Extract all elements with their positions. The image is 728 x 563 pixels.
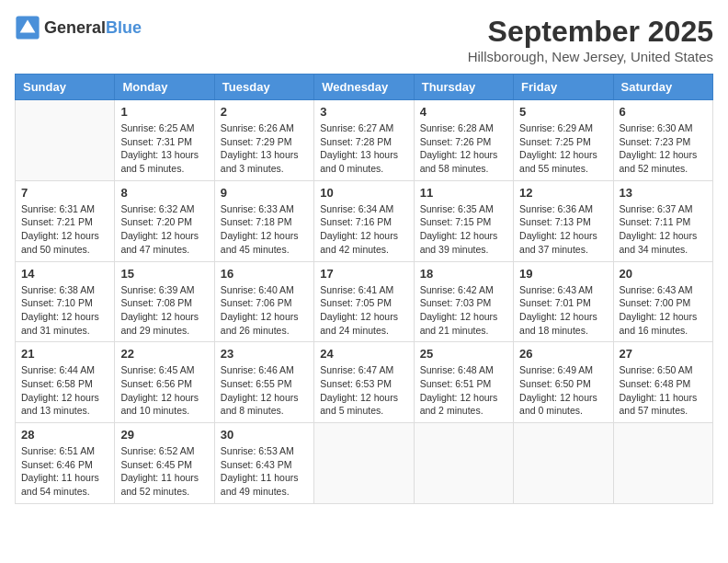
month-title: September 2025 (468, 15, 713, 49)
calendar-cell: 13Sunrise: 6:37 AM Sunset: 7:11 PM Dayli… (613, 180, 712, 261)
calendar-cell: 11Sunrise: 6:35 AM Sunset: 7:15 PM Dayli… (414, 180, 513, 261)
cell-content: Sunrise: 6:46 AM Sunset: 6:55 PM Dayligh… (221, 363, 308, 418)
cell-content: Sunrise: 6:32 AM Sunset: 7:20 PM Dayligh… (120, 202, 208, 257)
title-area: September 2025 Hillsborough, New Jersey,… (468, 15, 713, 64)
location-title: Hillsborough, New Jersey, United States (468, 49, 713, 64)
calendar-week-1: 1Sunrise: 6:25 AM Sunset: 7:31 PM Daylig… (16, 100, 713, 181)
calendar-week-4: 21Sunrise: 6:44 AM Sunset: 6:58 PM Dayli… (16, 342, 713, 423)
cell-content: Sunrise: 6:33 AM Sunset: 7:18 PM Dayligh… (221, 202, 308, 257)
calendar-cell: 28Sunrise: 6:51 AM Sunset: 6:46 PM Dayli… (16, 423, 115, 504)
day-number: 14 (21, 267, 108, 281)
day-number: 29 (120, 428, 208, 442)
calendar-cell: 20Sunrise: 6:43 AM Sunset: 7:00 PM Dayli… (613, 261, 712, 342)
calendar-cell: 25Sunrise: 6:48 AM Sunset: 6:51 PM Dayli… (414, 342, 513, 423)
cell-content: Sunrise: 6:27 AM Sunset: 7:28 PM Dayligh… (320, 121, 407, 176)
cell-content: Sunrise: 6:43 AM Sunset: 7:01 PM Dayligh… (519, 283, 607, 338)
cell-content: Sunrise: 6:39 AM Sunset: 7:08 PM Dayligh… (120, 283, 208, 338)
cell-content: Sunrise: 6:51 AM Sunset: 6:46 PM Dayligh… (21, 444, 108, 499)
day-number: 24 (320, 347, 407, 361)
day-number: 30 (221, 428, 308, 442)
day-number: 5 (519, 105, 607, 119)
calendar-cell: 15Sunrise: 6:39 AM Sunset: 7:08 PM Dayli… (115, 261, 214, 342)
cell-content: Sunrise: 6:25 AM Sunset: 7:31 PM Dayligh… (120, 121, 208, 176)
calendar-cell (514, 423, 613, 504)
calendar-cell: 3Sunrise: 6:27 AM Sunset: 7:28 PM Daylig… (314, 100, 414, 181)
cell-content: Sunrise: 6:34 AM Sunset: 7:16 PM Dayligh… (320, 202, 407, 257)
day-number: 20 (620, 267, 707, 281)
cell-content: Sunrise: 6:37 AM Sunset: 7:11 PM Dayligh… (620, 202, 707, 257)
calendar-cell: 26Sunrise: 6:49 AM Sunset: 6:50 PM Dayli… (514, 342, 613, 423)
day-number: 27 (620, 347, 707, 361)
logo-icon (15, 15, 40, 40)
calendar-cell: 8Sunrise: 6:32 AM Sunset: 7:20 PM Daylig… (115, 180, 214, 261)
cell-content: Sunrise: 6:41 AM Sunset: 7:05 PM Dayligh… (320, 283, 407, 338)
calendar-cell (314, 423, 414, 504)
calendar-cell: 12Sunrise: 6:36 AM Sunset: 7:13 PM Dayli… (514, 180, 613, 261)
day-number: 22 (120, 347, 208, 361)
cell-content: Sunrise: 6:31 AM Sunset: 7:21 PM Dayligh… (21, 202, 108, 257)
calendar-cell: 16Sunrise: 6:40 AM Sunset: 7:06 PM Dayli… (214, 261, 313, 342)
cell-content: Sunrise: 6:53 AM Sunset: 6:43 PM Dayligh… (221, 444, 308, 499)
cell-content: Sunrise: 6:47 AM Sunset: 6:53 PM Dayligh… (320, 363, 407, 418)
calendar-cell: 30Sunrise: 6:53 AM Sunset: 6:43 PM Dayli… (214, 423, 313, 504)
calendar-cell: 7Sunrise: 6:31 AM Sunset: 7:21 PM Daylig… (16, 180, 115, 261)
day-number: 19 (519, 267, 607, 281)
cell-content: Sunrise: 6:52 AM Sunset: 6:45 PM Dayligh… (120, 444, 208, 499)
calendar-cell: 19Sunrise: 6:43 AM Sunset: 7:01 PM Dayli… (514, 261, 613, 342)
cell-content: Sunrise: 6:35 AM Sunset: 7:15 PM Dayligh… (420, 202, 507, 257)
calendar-cell: 29Sunrise: 6:52 AM Sunset: 6:45 PM Dayli… (115, 423, 214, 504)
page-header: GeneralBlue September 2025 Hillsborough,… (15, 15, 713, 64)
cell-content: Sunrise: 6:38 AM Sunset: 7:10 PM Dayligh… (21, 283, 108, 338)
calendar-cell: 10Sunrise: 6:34 AM Sunset: 7:16 PM Dayli… (314, 180, 414, 261)
day-number: 9 (221, 186, 308, 200)
calendar-cell: 5Sunrise: 6:29 AM Sunset: 7:25 PM Daylig… (514, 100, 613, 181)
day-number: 17 (320, 267, 407, 281)
day-number: 4 (420, 105, 507, 119)
calendar-cell: 22Sunrise: 6:45 AM Sunset: 6:56 PM Dayli… (115, 342, 214, 423)
calendar-cell: 1Sunrise: 6:25 AM Sunset: 7:31 PM Daylig… (115, 100, 214, 181)
calendar-header-saturday: Saturday (613, 75, 712, 100)
day-number: 23 (221, 347, 308, 361)
cell-content: Sunrise: 6:42 AM Sunset: 7:03 PM Dayligh… (420, 283, 507, 338)
calendar-cell (16, 100, 115, 181)
day-number: 21 (21, 347, 108, 361)
day-number: 25 (420, 347, 507, 361)
calendar-cell: 17Sunrise: 6:41 AM Sunset: 7:05 PM Dayli… (314, 261, 414, 342)
calendar-header-monday: Monday (115, 75, 214, 100)
calendar-cell: 18Sunrise: 6:42 AM Sunset: 7:03 PM Dayli… (414, 261, 513, 342)
day-number: 3 (320, 105, 407, 119)
calendar-cell: 14Sunrise: 6:38 AM Sunset: 7:10 PM Dayli… (16, 261, 115, 342)
day-number: 12 (519, 186, 607, 200)
calendar-header-row: SundayMondayTuesdayWednesdayThursdayFrid… (16, 75, 713, 100)
day-number: 11 (420, 186, 507, 200)
calendar-cell (613, 423, 712, 504)
day-number: 13 (620, 186, 707, 200)
cell-content: Sunrise: 6:40 AM Sunset: 7:06 PM Dayligh… (221, 283, 308, 338)
calendar-cell: 4Sunrise: 6:28 AM Sunset: 7:26 PM Daylig… (414, 100, 513, 181)
logo-general: General (44, 18, 106, 37)
cell-content: Sunrise: 6:44 AM Sunset: 6:58 PM Dayligh… (21, 363, 108, 418)
cell-content: Sunrise: 6:50 AM Sunset: 6:48 PM Dayligh… (620, 363, 707, 418)
calendar-header-thursday: Thursday (414, 75, 513, 100)
cell-content: Sunrise: 6:29 AM Sunset: 7:25 PM Dayligh… (519, 121, 607, 176)
calendar-header-wednesday: Wednesday (314, 75, 414, 100)
cell-content: Sunrise: 6:48 AM Sunset: 6:51 PM Dayligh… (420, 363, 507, 418)
cell-content: Sunrise: 6:43 AM Sunset: 7:00 PM Dayligh… (620, 283, 707, 338)
logo: GeneralBlue (15, 15, 142, 40)
calendar-cell: 27Sunrise: 6:50 AM Sunset: 6:48 PM Dayli… (613, 342, 712, 423)
day-number: 2 (221, 105, 308, 119)
calendar-header-friday: Friday (514, 75, 613, 100)
day-number: 18 (420, 267, 507, 281)
calendar-table: SundayMondayTuesdayWednesdayThursdayFrid… (15, 74, 713, 504)
day-number: 7 (21, 186, 108, 200)
calendar-cell: 21Sunrise: 6:44 AM Sunset: 6:58 PM Dayli… (16, 342, 115, 423)
day-number: 28 (21, 428, 108, 442)
logo-blue: Blue (106, 18, 142, 37)
cell-content: Sunrise: 6:49 AM Sunset: 6:50 PM Dayligh… (519, 363, 607, 418)
calendar-week-5: 28Sunrise: 6:51 AM Sunset: 6:46 PM Dayli… (16, 423, 713, 504)
cell-content: Sunrise: 6:26 AM Sunset: 7:29 PM Dayligh… (221, 121, 308, 176)
day-number: 10 (320, 186, 407, 200)
day-number: 16 (221, 267, 308, 281)
day-number: 15 (120, 267, 208, 281)
calendar-cell: 6Sunrise: 6:30 AM Sunset: 7:23 PM Daylig… (613, 100, 712, 181)
